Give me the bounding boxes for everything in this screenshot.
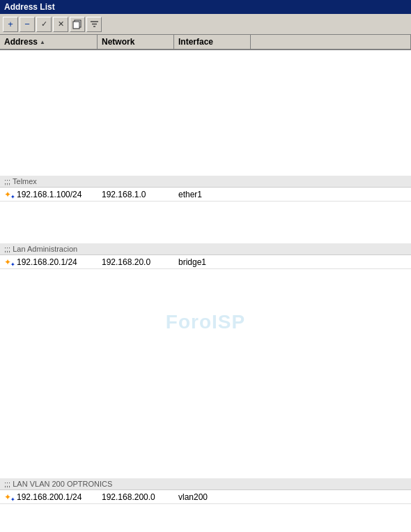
table-row[interactable]: 192.168.1.100/24 192.168.1.0 ether1 (0, 188, 411, 202)
empty-space-mid2 (0, 269, 411, 478)
cell-address-1: 192.168.20.1/24 (0, 256, 98, 268)
cell-address-0: 192.168.1.100/24 (0, 188, 98, 201)
empty-space-top (0, 50, 411, 176)
cell-interface-1: bridge1 (174, 256, 251, 268)
cell-rest-1 (251, 261, 411, 264)
remove-button[interactable]: − (20, 17, 35, 32)
title-bar-label: Address List (4, 2, 55, 12)
cell-interface-2: vlan200 (174, 491, 251, 503)
col-header-rest (251, 35, 411, 49)
cell-network-2: 192.168.200.0 (98, 491, 174, 503)
cell-rest-0 (251, 193, 411, 196)
table-row[interactable]: 192.168.20.1/24 192.168.20.0 bridge1 (0, 255, 411, 269)
toolbar: + − ✓ ✕ (0, 14, 411, 35)
ip-icon (4, 257, 14, 267)
col-header-interface[interactable]: Interface (174, 35, 251, 49)
col-header-network[interactable]: Network (98, 35, 174, 49)
cell-network-1: 192.168.20.0 (98, 256, 174, 268)
col-header-address[interactable]: Address ▲ (0, 35, 98, 49)
filter-button[interactable] (86, 17, 102, 32)
ip-icon (4, 492, 14, 502)
cell-network-0: 192.168.1.0 (98, 188, 174, 201)
enable-button[interactable]: ✓ (36, 17, 52, 32)
section-header-lan-vlan: ;;; LAN VLAN 200 OPTRONICS (0, 478, 411, 490)
table-row[interactable]: 192.168.200.1/24 192.168.200.0 vlan200 (0, 490, 411, 504)
sort-arrow-icon: ▲ (40, 39, 45, 45)
section-header-lan-admin: ;;; Lan Administracion (0, 243, 411, 255)
ip-icon (4, 190, 14, 199)
empty-space-mid1 (0, 202, 411, 243)
title-bar: Address List (0, 0, 411, 14)
cell-rest-2 (251, 496, 411, 499)
disable-button[interactable]: ✕ (53, 17, 68, 32)
table-container: Address ▲ Network Interface ;;; Telmex 1… (0, 35, 411, 532)
section-header-telmex: ;;; Telmex (0, 176, 411, 188)
column-header-row: Address ▲ Network Interface (0, 35, 411, 50)
add-button[interactable]: + (3, 17, 18, 32)
cell-address-2: 192.168.200.1/24 (0, 491, 98, 503)
copy-button[interactable] (70, 17, 85, 32)
cell-interface-0: ether1 (174, 188, 251, 201)
svg-rect-1 (73, 22, 79, 29)
